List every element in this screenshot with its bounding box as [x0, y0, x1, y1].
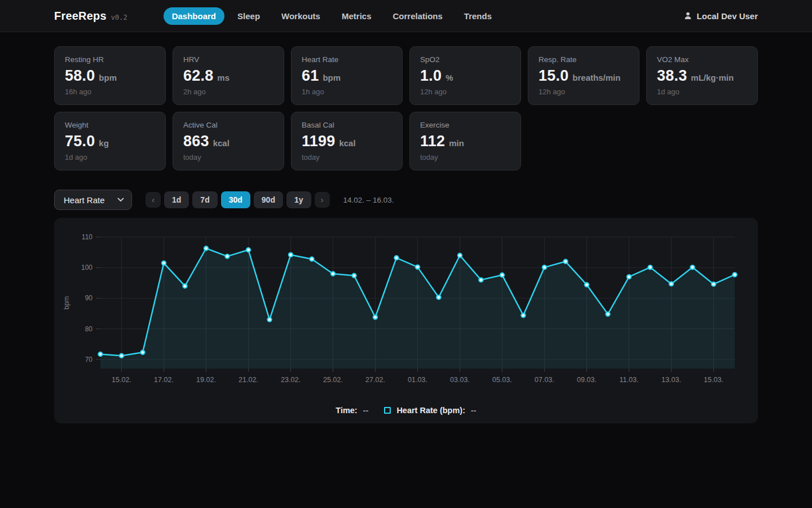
data-point — [204, 246, 208, 250]
data-point — [669, 282, 673, 286]
x-tick-label: 13.03. — [661, 376, 681, 384]
range-next-button[interactable]: › — [315, 192, 330, 208]
user-menu[interactable]: Local Dev User — [683, 11, 758, 21]
data-point — [352, 274, 356, 278]
metric-value: 38.3 — [657, 67, 687, 85]
range-button-7d[interactable]: 7d — [192, 191, 217, 208]
metric-value: 62.8 — [183, 67, 213, 85]
metric-unit: bpm — [323, 73, 341, 82]
range-prev-button[interactable]: ‹ — [145, 192, 161, 208]
data-point — [521, 313, 525, 317]
metric-timestamp: 1d ago — [65, 153, 155, 161]
metric-card-basal-cal[interactable]: Basal Cal1199kcaltoday — [291, 112, 403, 170]
range-button-90d[interactable]: 90d — [254, 191, 283, 208]
x-tick-label: 19.02. — [196, 376, 216, 384]
data-point — [246, 248, 250, 252]
metric-label: Exercise — [420, 121, 510, 129]
data-point — [436, 295, 440, 299]
metric-card-resp-rate[interactable]: Resp. Rate15.0breaths/min12h ago — [528, 46, 639, 105]
y-tick-label: 70 — [85, 356, 93, 364]
nav-item-dashboard[interactable]: Dashboard — [164, 7, 224, 25]
legend-series-label: Heart Rate (bpm): — [396, 406, 465, 415]
x-tick-label: 11.03. — [620, 376, 639, 384]
metric-label: Heart Rate — [302, 55, 392, 64]
metric-unit: % — [445, 73, 453, 82]
x-tick-label: 05.03. — [492, 376, 512, 384]
metric-value: 15.0 — [539, 67, 568, 85]
metric-card-spo2[interactable]: SpO21.0%12h ago — [409, 46, 521, 105]
x-tick-label: 23.02. — [281, 376, 301, 384]
metric-value: 61 — [302, 67, 319, 85]
person-icon — [683, 11, 692, 20]
y-tick-label: 100 — [81, 264, 92, 271]
metric-label: HRV — [183, 55, 273, 64]
metric-timestamp: 16h ago — [65, 87, 155, 96]
y-tick-label: 110 — [82, 233, 92, 241]
data-point — [162, 261, 166, 265]
metric-card-heart-rate[interactable]: Heart Rate61bpm1h ago — [291, 46, 403, 105]
series-swatch-icon[interactable] — [384, 407, 391, 414]
metric-timestamp: 12h ago — [539, 87, 629, 96]
metric-card-weight[interactable]: Weight75.0kg1d ago — [54, 112, 166, 170]
date-range-label: 14.02. – 16.03. — [343, 196, 394, 204]
data-point — [416, 265, 420, 269]
data-point — [648, 265, 652, 269]
data-point — [690, 265, 694, 269]
legend-series-value: -- — [471, 406, 476, 415]
heart-rate-line-chart[interactable]: 15.02.17.02.19.02.21.02.23.02.25.02.27.0… — [54, 218, 758, 393]
data-point — [98, 352, 102, 356]
chevron-down-icon — [117, 198, 124, 202]
metric-label: VO2 Max — [657, 55, 747, 64]
metric-unit: kcal — [339, 138, 355, 148]
data-point — [310, 257, 314, 261]
metric-value-row: 1199kcal — [302, 133, 392, 150]
metric-cards-grid: Resting HR58.0bpm16h agoHRV62.8ms2h agoH… — [54, 46, 758, 170]
metric-unit: kg — [99, 138, 109, 148]
x-tick-label: 17.02. — [154, 376, 174, 384]
y-axis-name: bpm — [63, 296, 70, 309]
metric-value: 58.0 — [65, 67, 95, 85]
metric-card-active-cal[interactable]: Active Cal863kcaltoday — [173, 112, 284, 170]
metric-timestamp: 12h ago — [420, 87, 510, 96]
metric-value: 112 — [420, 133, 445, 150]
x-tick-label: 03.03. — [450, 376, 470, 384]
range-button-30d[interactable]: 30d — [221, 191, 250, 208]
nav-item-sleep[interactable]: Sleep — [229, 7, 268, 25]
y-tick-label: 80 — [85, 325, 93, 333]
metric-card-resting-hr[interactable]: Resting HR58.0bpm16h ago — [54, 46, 166, 105]
metric-card-exercise[interactable]: Exercise112mintoday — [409, 112, 521, 170]
nav-item-workouts[interactable]: Workouts — [273, 7, 329, 25]
range-button-group: ‹ 1d7d30d90d1y › — [145, 191, 330, 208]
metric-unit: mL/kg·min — [691, 73, 734, 82]
metric-unit: breaths/min — [572, 73, 620, 82]
metric-value: 1.0 — [420, 67, 442, 85]
data-point — [267, 318, 271, 322]
range-button-1d[interactable]: 1d — [164, 191, 189, 208]
app-logo: FreeReps — [54, 10, 107, 23]
data-point — [479, 278, 483, 282]
range-button-1y[interactable]: 1y — [286, 191, 311, 208]
y-tick-label: 90 — [85, 294, 93, 302]
data-point — [183, 284, 187, 288]
x-tick-label: 15.02. — [112, 376, 131, 384]
data-point — [331, 271, 335, 275]
nav-item-metrics[interactable]: Metrics — [333, 7, 380, 25]
logo-wrap: FreeReps v0.2 — [54, 10, 127, 23]
metric-card-hrv[interactable]: HRV62.8ms2h ago — [173, 46, 284, 105]
data-point — [563, 260, 567, 264]
nav-item-correlations[interactable]: Correlations — [385, 7, 451, 25]
metric-card-vo2-max[interactable]: VO2 Max38.3mL/kg·min1d ago — [646, 46, 758, 105]
user-name: Local Dev User — [697, 11, 758, 21]
chart-controls: Heart Rate ‹ 1d7d30d90d1y › 14.02. – 16.… — [54, 190, 758, 210]
x-tick-label: 21.02. — [239, 376, 258, 384]
metric-timestamp: 2h ago — [183, 87, 273, 96]
range-buttons: 1d7d30d90d1y — [164, 191, 311, 208]
chart-legend: Time: -- Heart Rate (bpm): -- — [54, 406, 758, 415]
metric-select[interactable]: Heart Rate — [54, 190, 132, 210]
legend-time-value: -- — [363, 406, 369, 415]
dashboard-content: Resting HR58.0bpm16h agoHRV62.8ms2h agoH… — [0, 32, 812, 423]
metric-label: Weight — [65, 121, 155, 129]
metric-value-row: 62.8ms — [183, 67, 273, 85]
data-point — [289, 253, 293, 257]
nav-item-trends[interactable]: Trends — [456, 7, 500, 25]
